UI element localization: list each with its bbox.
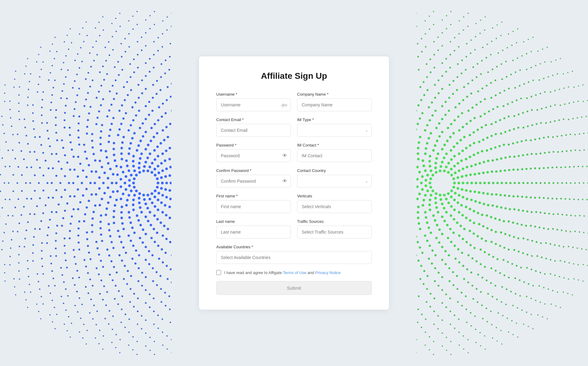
page-title: Affiliate Sign Up xyxy=(216,71,372,81)
blue-dots xyxy=(0,0,172,366)
last-name-group: Last name xyxy=(216,219,291,238)
verticals-group: Verticals xyxy=(297,194,372,213)
green-dots xyxy=(417,0,588,366)
first-name-input[interactable] xyxy=(216,200,291,213)
username-suffix: -jbo xyxy=(281,103,287,107)
terms-label: I have read and agree to Affigate Terms … xyxy=(224,270,341,275)
username-input-wrapper: -jbo xyxy=(216,98,291,111)
contact-country-label: Contact Country xyxy=(297,168,372,173)
verticals-label: Verticals xyxy=(297,194,372,198)
company-name-group: Company Name * xyxy=(297,92,372,111)
last-name-label: Last name xyxy=(216,219,291,224)
form-row-4: Confirm Password * 👁 Contact Country ⌄ xyxy=(216,168,372,188)
im-type-select[interactable] xyxy=(297,124,372,137)
confirm-password-eye-icon[interactable]: 👁 xyxy=(282,178,287,184)
form-row-6: Last name Traffic Sources xyxy=(216,219,372,238)
username-group: Username * -jbo xyxy=(216,92,291,111)
password-group: Password * 👁 xyxy=(216,143,291,162)
first-name-label: First name * xyxy=(216,194,291,198)
confirm-password-input[interactable] xyxy=(216,175,291,188)
confirm-password-wrapper: 👁 xyxy=(216,175,291,188)
privacy-notice-link[interactable]: Privacy Notice xyxy=(315,270,341,275)
contact-email-input[interactable] xyxy=(216,124,291,137)
form-row-3: Password * 👁 IM Contact * xyxy=(216,143,372,162)
confirm-password-group: Confirm Password * 👁 xyxy=(216,168,291,188)
im-contact-group: IM Contact * xyxy=(297,143,372,162)
terms-of-use-link[interactable]: Terms of Use xyxy=(283,270,307,275)
form-row-2: Contact Email * IM Type * ⌄ xyxy=(216,117,372,137)
password-input-wrapper: 👁 xyxy=(216,149,291,162)
available-countries-group: Available Countries * xyxy=(216,245,372,264)
username-label: Username * xyxy=(216,92,291,97)
username-input[interactable] xyxy=(216,98,291,111)
form-row-5: First name * Verticals xyxy=(216,194,372,213)
password-input[interactable] xyxy=(216,149,291,162)
im-contact-input[interactable] xyxy=(297,149,372,162)
confirm-password-label: Confirm Password * xyxy=(216,168,291,173)
im-type-label: IM Type * xyxy=(297,117,372,122)
contact-country-wrapper: ⌄ xyxy=(297,175,372,188)
first-name-group: First name * xyxy=(216,194,291,213)
password-eye-icon[interactable]: 👁 xyxy=(282,153,287,158)
contact-country-group: Contact Country ⌄ xyxy=(297,168,372,188)
last-name-input[interactable] xyxy=(216,226,291,238)
terms-row: I have read and agree to Affigate Terms … xyxy=(216,270,372,275)
password-label: Password * xyxy=(216,143,291,147)
form-row-7: Available Countries * xyxy=(216,245,372,264)
signup-form-card: Affiliate Sign Up Username * -jbo Compan… xyxy=(199,56,389,310)
contact-country-select[interactable] xyxy=(297,175,372,188)
verticals-input[interactable] xyxy=(297,200,372,213)
available-countries-label: Available Countries * xyxy=(216,245,372,249)
im-type-wrapper: ⌄ xyxy=(297,124,372,137)
company-name-input[interactable] xyxy=(297,98,372,111)
traffic-sources-label: Traffic Sources xyxy=(297,219,372,224)
available-countries-input[interactable] xyxy=(216,251,372,264)
traffic-sources-input[interactable] xyxy=(297,226,372,238)
submit-button[interactable]: Submit xyxy=(216,281,372,295)
traffic-sources-group: Traffic Sources xyxy=(297,219,372,238)
im-type-group: IM Type * ⌄ xyxy=(297,117,372,137)
form-row-1: Username * -jbo Company Name * xyxy=(216,92,372,111)
contact-email-group: Contact Email * xyxy=(216,117,291,137)
contact-email-label: Contact Email * xyxy=(216,117,291,122)
terms-checkbox[interactable] xyxy=(216,270,221,275)
company-name-label: Company Name * xyxy=(297,92,372,97)
im-contact-label: IM Contact * xyxy=(297,143,372,147)
